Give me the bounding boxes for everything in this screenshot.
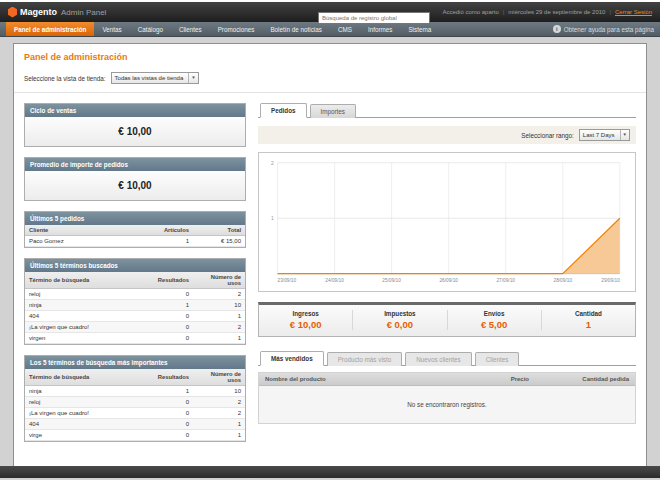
nav-item-promociones[interactable]: Promociones [210,22,263,36]
page-help-link[interactable]: i Obtener ayuda para esta página [553,22,654,36]
panel-title: Últimos 5 pedidos [25,212,245,225]
nav-item-sistema[interactable]: Sistema [400,22,439,36]
separator: | [503,9,505,15]
stat-value: € 10,00 [259,319,352,330]
last-orders-panel: Últimos 5 pedidos ClienteArtículosTotalP… [24,211,246,248]
tab-nuevos-clientes[interactable]: Nuevos clientes [405,352,471,366]
column-header: Total [193,225,245,236]
svg-text:23/09/10: 23/09/10 [278,278,297,283]
footer-bar [0,466,660,478]
range-select[interactable]: Last 7 Days ▼ [579,129,630,141]
nav-item-catalogo[interactable]: Catálogo [130,22,171,36]
top-search-terms-panel: Los 5 términos de búsqueda más important… [24,355,246,442]
stat-label: Envíos [448,310,541,317]
range-row: Seleccionar rango: Last 7 Days ▼ [258,126,636,144]
nav-item-boletin-de-noticias[interactable]: Boletín de noticias [262,22,329,36]
last-search-terms-table: Término de búsquedaResultadosNúmero de u… [25,272,245,344]
dashboard-left-column: Ciclo de ventas € 10,00 Promedio de impo… [24,103,246,452]
chevron-down-icon: ▼ [188,73,197,83]
lifetime-sales-value: € 10,00 [25,117,245,146]
dashboard-columns: Ciclo de ventas € 10,00 Promedio de impo… [14,93,646,462]
products-box: Nombre del productoPrecioCantidad pedida… [258,372,636,424]
stat-label: Cantidad [542,310,635,317]
column-header: Precio [445,373,535,386]
logo-suffix: Admin Panel [61,8,106,17]
column-header: Resultados [151,272,193,289]
table-row: ninja110 [25,300,245,311]
table-row: 40401 [25,419,245,430]
page-title: Panel de administración [14,44,646,64]
stat-cantidad: Cantidad 1 [541,310,635,330]
logged-in-as: Accedió como aparto [442,9,498,15]
magento-logo-icon [8,7,17,18]
help-label: Obtener ayuda para esta página [564,26,654,33]
table-row: virge01 [25,430,245,441]
nav-item-informes[interactable]: Informes [360,22,401,36]
logo-text: Magento [20,7,57,17]
area-chart-svg: 1223/09/1024/09/1025/09/1026/09/1027/09/… [261,157,629,289]
tab-producto-mas-visto[interactable]: Producto más visto [327,352,403,366]
stat-envios: Envíos € 5,00 [447,310,541,330]
store-view-label: Seleccione la vista de tienda: [24,75,106,82]
select-value: Todas las vistas de tienda [115,75,184,81]
table-row: ¡La virgen que cuadro!02 [25,322,245,333]
tab-pedidos[interactable]: Pedidos [260,103,307,118]
store-view-select[interactable]: Todas las vistas de tienda ▼ [111,72,199,84]
main-nav: Panel de administraciónVentasCatálogoCli… [0,22,660,37]
chevron-down-icon: ▼ [620,130,629,140]
column-header: Resultados [151,369,193,386]
orders-chart: 1223/09/1024/09/1025/09/1026/09/1027/09/… [258,152,636,292]
stat-value: € 5,00 [448,319,541,330]
panel-title: Promedio de importe de pedidos [25,158,245,171]
table-row: Paco Gomez1€ 15,00 [25,236,245,247]
separator: | [609,9,611,15]
lifetime-sales-panel: Ciclo de ventas € 10,00 [24,103,246,147]
tab-clientes[interactable]: Clientes [475,352,520,366]
average-orders-value: € 10,00 [25,171,245,200]
header: Magento Admin Panel Accedió como aparto … [0,2,660,22]
select-value: Last 7 Days [583,132,615,138]
column-header: Término de búsqueda [25,369,151,386]
tab-mas-vendidos[interactable]: Más vendidos [260,351,324,366]
global-search-input[interactable] [318,12,430,24]
average-orders-panel: Promedio de importe de pedidos € 10,00 [24,157,246,201]
totals-row: Ingresos € 10,00 Impuestos € 0,00 Envíos… [258,302,636,337]
stat-value: 1 [542,319,635,330]
panel-title: Últimos 5 términos buscados [25,259,245,272]
header-user-info: Accedió como aparto | miércoles 29 de se… [442,9,652,15]
table-row: reloj02 [25,397,245,408]
logout-link[interactable]: Cerrar Sesión [615,9,652,15]
stat-value: € 0,00 [353,319,446,330]
stat-label: Ingresos [259,310,352,317]
svg-text:1: 1 [271,215,274,221]
nav-item-panel-de-administracion[interactable]: Panel de administración [6,22,94,36]
stat-label: Impuestos [353,310,446,317]
magento-admin-screen: Magento Admin Panel Accedió como aparto … [0,0,660,480]
table-row: ninja110 [25,386,245,397]
svg-text:26/09/10: 26/09/10 [439,278,458,283]
header-date: miércoles 29 de septiembre de 2010 [508,9,605,15]
tab-importes[interactable]: Importes [310,104,357,118]
nav-item-ventas[interactable]: Ventas [94,22,129,36]
column-header: Nombre del producto [259,373,445,386]
products-table: Nombre del productoPrecioCantidad pedida [259,373,635,386]
svg-text:28/09/10: 28/09/10 [553,278,572,283]
table-row: virgen01 [25,333,245,344]
nav-items: Panel de administraciónVentasCatálogoCli… [6,22,439,36]
last-search-terms-panel: Últimos 5 términos buscados Término de b… [24,258,246,345]
nav-item-cms[interactable]: CMS [330,22,360,36]
last-orders-table: ClienteArtículosTotalPaco Gomez1€ 15,00 [25,225,245,247]
column-header: Cliente [25,225,151,236]
top-search-terms-table: Término de búsquedaResultadosNúmero de u… [25,369,245,441]
magento-logo: Magento Admin Panel [8,7,106,18]
table-row: reloj02 [25,289,245,300]
dashboard-main-column: PedidosImportes Seleccionar rango: Last … [258,103,636,424]
column-header: Número de usos [193,369,245,386]
nav-item-clientes[interactable]: Clientes [171,22,210,36]
content-panel: Panel de administración Seleccione la vi… [13,43,647,471]
stat-ingresos: Ingresos € 10,00 [259,310,352,330]
table-row: 40401 [25,311,245,322]
panel-title: Ciclo de ventas [25,104,245,117]
panel-title: Los 5 términos de búsqueda más important… [25,356,245,369]
column-header: Artículos [151,225,193,236]
